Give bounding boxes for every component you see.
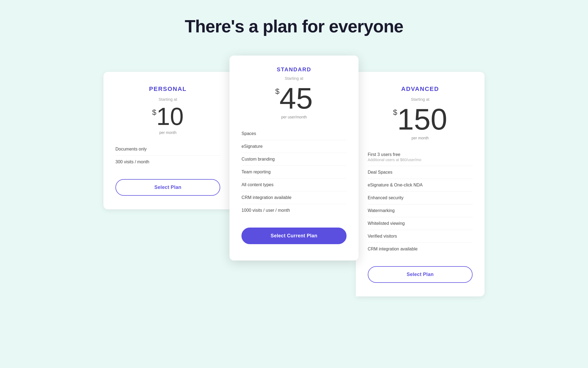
price-period-personal: per month <box>115 130 220 135</box>
feature-item: All content types <box>241 179 346 191</box>
plan-card-personal: PERSONAL Starting at $ 10 per month Docu… <box>103 72 232 209</box>
plan-name-standard: STANDARD <box>241 66 346 73</box>
price-block-advanced: $ 150 <box>368 104 473 134</box>
feature-item: Custom branding <box>241 153 346 166</box>
feature-item: 300 visits / month <box>115 156 220 168</box>
feature-item: Deal Spaces <box>368 166 473 179</box>
price-dollar-standard: $ <box>275 87 280 96</box>
price-block-standard: $ 45 <box>241 83 346 113</box>
features-list-personal: Documents only 300 visits / month <box>115 143 220 168</box>
select-plan-standard-button[interactable]: Select Current Plan <box>241 228 346 244</box>
plan-card-advanced: ADVANCED Starting at $ 150 per month Fir… <box>356 72 485 296</box>
additional-users-note: Additional users at $60/user/mo <box>368 158 473 166</box>
features-list-advanced: First 3 users free Additional users at $… <box>368 148 473 255</box>
features-list-standard: Spaces eSignature Custom branding Team r… <box>241 127 346 217</box>
page-title: There's a plan for everyone <box>185 16 403 36</box>
feature-item: CRM integration available <box>241 191 346 204</box>
price-period-standard: per user/month <box>241 115 346 119</box>
select-plan-personal-button[interactable]: Select Plan <box>115 179 220 196</box>
feature-item: Enhanced security <box>368 192 473 204</box>
starting-at-advanced: Starting at <box>368 97 473 102</box>
feature-item: Documents only <box>115 143 220 156</box>
price-block-personal: $ 10 <box>115 104 220 129</box>
plan-card-standard: STANDARD Starting at $ 45 per user/month… <box>229 56 358 260</box>
feature-item: Team reporting <box>241 166 346 179</box>
plan-name-personal: PERSONAL <box>115 85 220 93</box>
feature-item: eSignature <box>241 140 346 153</box>
price-dollar-advanced: $ <box>393 108 397 117</box>
feature-item: Spaces <box>241 127 346 140</box>
feature-item: Whitelisted viewing <box>368 217 473 230</box>
plans-container: PERSONAL Starting at $ 10 per month Docu… <box>103 56 485 296</box>
plan-name-advanced: ADVANCED <box>368 85 473 93</box>
select-plan-advanced-button[interactable]: Select Plan <box>368 266 473 283</box>
feature-item: 1000 visits / user / month <box>241 204 346 217</box>
first-users-label: First 3 users free <box>368 148 473 157</box>
price-period-advanced: per month <box>368 136 473 140</box>
feature-item: CRM integration available <box>368 243 473 255</box>
price-dollar-personal: $ <box>152 108 157 117</box>
price-number-standard: 45 <box>280 83 313 113</box>
starting-at-standard: Starting at <box>241 76 346 81</box>
price-number-advanced: 150 <box>397 104 447 134</box>
starting-at-personal: Starting at <box>115 97 220 102</box>
price-number-personal: 10 <box>156 104 183 129</box>
feature-item: Verified visitors <box>368 230 473 243</box>
feature-item: Watermarking <box>368 204 473 217</box>
feature-item: eSignature & One-click NDA <box>368 179 473 192</box>
